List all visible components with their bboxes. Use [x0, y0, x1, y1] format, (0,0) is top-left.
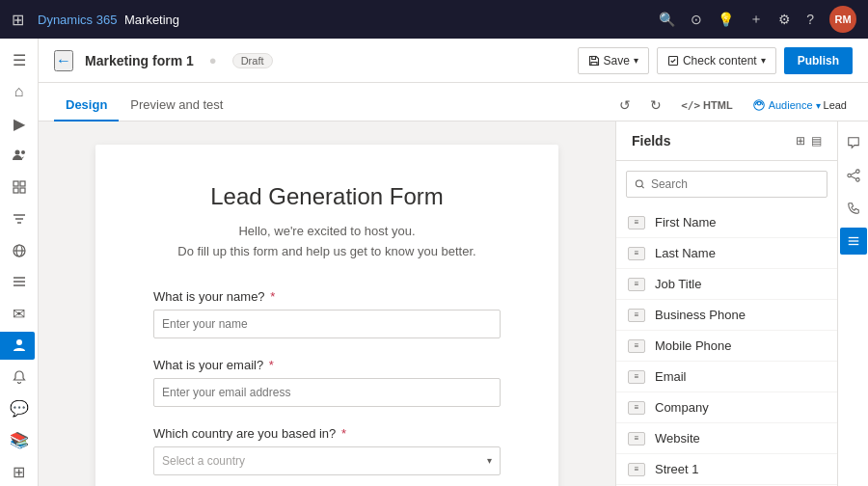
- sidebar-item-user[interactable]: [0, 332, 35, 360]
- field-name: Email: [655, 369, 687, 384]
- phone-icon[interactable]: [840, 195, 867, 222]
- check-content-button[interactable]: Check content ▾: [657, 47, 776, 74]
- svg-point-20: [757, 102, 761, 106]
- field-item[interactable]: ≡ Street 1: [616, 454, 837, 485]
- field-group-email: What is your email? *: [153, 358, 501, 407]
- sidebar-item-notification[interactable]: [4, 364, 35, 392]
- svg-line-27: [851, 176, 855, 179]
- tab-design[interactable]: Design: [54, 90, 119, 122]
- module-name: Marketing: [124, 13, 179, 27]
- svg-point-25: [855, 178, 859, 182]
- field-type-icon: ≡: [628, 401, 645, 415]
- search-box[interactable]: [626, 171, 827, 198]
- svg-point-0: [14, 150, 19, 155]
- field-item[interactable]: ≡ Business Phone: [616, 300, 837, 331]
- field-item[interactable]: ≡ First Name: [616, 207, 837, 238]
- left-sidebar: ☰ ⌂ ▶ ✉ 💬 📚 ⊞: [0, 39, 39, 486]
- add-icon[interactable]: ＋: [749, 11, 763, 28]
- name-input[interactable]: [153, 310, 501, 338]
- save-button[interactable]: Save ▾: [578, 47, 649, 74]
- sidebar-item-apps[interactable]: ⊞: [4, 458, 35, 486]
- field-name: Street 1: [655, 462, 699, 476]
- fields-list: ≡ First Name ≡ Last Name ≡ Job Title ≡ B…: [616, 207, 837, 486]
- main-layout: ☰ ⌂ ▶ ✉ 💬 📚 ⊞ ← Marketi: [0, 39, 868, 486]
- field-item[interactable]: ≡ Job Title: [616, 269, 837, 300]
- list-view-icon[interactable]: ▤: [811, 134, 822, 148]
- back-button[interactable]: ←: [54, 50, 73, 71]
- sidebar-item-home[interactable]: ⌂: [4, 78, 35, 106]
- field-label-name: What is your name? *: [153, 289, 501, 304]
- comments-icon[interactable]: [840, 129, 867, 156]
- svg-point-15: [16, 339, 22, 345]
- fields-panel-header: Fields ⊞ ▤: [616, 122, 837, 161]
- idea-icon[interactable]: 💡: [718, 12, 734, 27]
- html-button[interactable]: </> HTML: [675, 97, 738, 114]
- audience-button[interactable]: Audience ▾ Lead: [746, 96, 853, 114]
- form-subtitle: Hello, we're excited to host you. Do fil…: [153, 222, 501, 262]
- field-item[interactable]: ≡ Last Name: [616, 238, 837, 269]
- fields-panel-icon[interactable]: [840, 228, 867, 255]
- app-name: Dynamics 365 Marketing: [32, 13, 179, 27]
- grid-view-icon[interactable]: ⊞: [796, 134, 805, 148]
- sidebar-item-list[interactable]: [4, 268, 35, 296]
- field-label-country: Which country are you based in? *: [153, 426, 501, 441]
- app-grid-icon[interactable]: ⊞: [12, 11, 24, 29]
- svg-rect-4: [14, 188, 18, 193]
- sidebar-item-globe[interactable]: [4, 236, 35, 264]
- field-item[interactable]: ≡ Email: [616, 362, 837, 392]
- tab-preview[interactable]: Preview and test: [119, 90, 234, 122]
- sidebar-item-menu[interactable]: ☰: [4, 46, 35, 74]
- fields-header-icons: ⊞ ▤: [796, 134, 822, 148]
- field-type-icon: ≡: [628, 216, 645, 230]
- sidebar-item-play[interactable]: ▶: [4, 110, 35, 138]
- svg-line-26: [851, 173, 855, 176]
- tabs-bar: Design Preview and test ↺ ↻ </> HTML Aud…: [39, 83, 868, 122]
- svg-rect-5: [20, 188, 25, 193]
- help-icon[interactable]: ?: [806, 12, 814, 27]
- svg-point-24: [847, 174, 851, 177]
- redo-button[interactable]: ↻: [644, 95, 667, 115]
- svg-point-23: [855, 170, 859, 174]
- required-indicator: *: [270, 289, 275, 304]
- svg-line-22: [642, 186, 644, 188]
- form-title: Lead Generation Form: [153, 183, 501, 210]
- svg-point-1: [21, 150, 25, 154]
- separator: ●: [209, 53, 217, 68]
- fields-panel-title: Fields: [632, 133, 670, 148]
- field-name: Business Phone: [655, 308, 746, 322]
- field-type-icon: ≡: [628, 278, 645, 291]
- field-item[interactable]: ≡ Mobile Phone: [616, 331, 837, 362]
- sidebar-item-library[interactable]: 📚: [4, 426, 35, 454]
- field-type-icon: ≡: [628, 370, 645, 384]
- svg-rect-16: [591, 56, 595, 59]
- share-icon[interactable]: [840, 162, 867, 189]
- fields-panel: Fields ⊞ ▤ ≡ First Name ≡: [615, 122, 837, 486]
- field-name: First Name: [655, 215, 717, 230]
- field-type-icon: ≡: [628, 432, 645, 446]
- header-actions: Save ▾ Check content ▾ Publish: [578, 47, 853, 74]
- undo-button[interactable]: ↺: [613, 95, 637, 115]
- target-icon[interactable]: ⊙: [691, 12, 702, 27]
- avatar[interactable]: RM: [829, 6, 856, 33]
- sidebar-item-filter[interactable]: [4, 204, 35, 232]
- field-label-email: What is your email? *: [153, 358, 501, 372]
- header-bar: ← Marketing form 1 ● Draft Save ▾ Check …: [39, 39, 868, 83]
- search-input[interactable]: [651, 177, 819, 191]
- canvas-area: Lead Generation Form Hello, we're excite…: [39, 122, 615, 486]
- sidebar-item-chat[interactable]: 💬: [4, 394, 35, 422]
- sidebar-item-people[interactable]: [4, 142, 35, 170]
- top-nav-right: 🔍 ⊙ 💡 ＋ ⚙ ? RM: [659, 6, 856, 33]
- editor-layout: Lead Generation Form Hello, we're excite…: [39, 122, 868, 486]
- field-item[interactable]: ≡ Company: [616, 392, 837, 423]
- field-type-icon: ≡: [628, 247, 645, 260]
- sidebar-item-blocks[interactable]: [4, 173, 35, 201]
- top-navigation: ⊞ Dynamics 365 Marketing 🔍 ⊙ 💡 ＋ ⚙ ? RM: [0, 0, 868, 39]
- settings-icon[interactable]: ⚙: [778, 12, 791, 27]
- field-item[interactable]: ≡ Website: [616, 423, 837, 454]
- field-name: Mobile Phone: [655, 338, 732, 353]
- search-icon[interactable]: 🔍: [659, 12, 675, 27]
- sidebar-item-mail[interactable]: ✉: [4, 300, 35, 328]
- publish-button[interactable]: Publish: [784, 47, 853, 74]
- country-select[interactable]: Select a country ▾: [153, 446, 501, 475]
- email-input[interactable]: [153, 378, 501, 407]
